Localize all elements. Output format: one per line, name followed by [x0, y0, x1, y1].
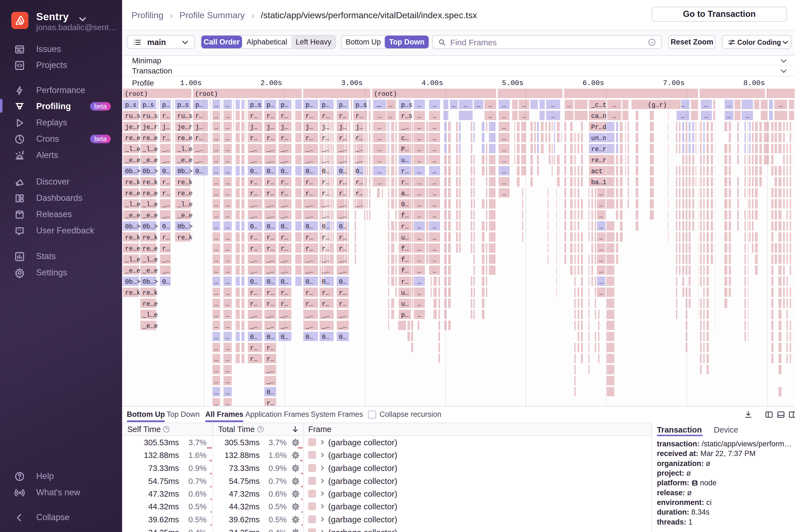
svg-text:…: …	[378, 168, 381, 175]
svg-text:_…: _…	[339, 256, 347, 264]
svg-text:r…: r…	[267, 400, 274, 406]
svg-text:0…: 0…	[250, 168, 258, 175]
svg-text:…: …	[551, 102, 555, 109]
svg-text:…: …	[214, 234, 218, 242]
svg-text:…: …	[433, 267, 436, 274]
svg-text:…: …	[433, 223, 436, 230]
svg-text:f…: f…	[401, 212, 409, 219]
svg-text:r…: r…	[162, 179, 170, 186]
svg-text:…: …	[502, 146, 506, 153]
svg-text:…: …	[433, 113, 436, 120]
svg-text:r…: r…	[195, 135, 203, 142]
svg-text:…: …	[599, 245, 603, 252]
svg-text:…: …	[214, 323, 218, 330]
svg-text:…: …	[417, 234, 421, 242]
svg-text:_…: _…	[322, 267, 329, 274]
svg-text:0…: 0…	[305, 334, 313, 341]
svg-text:…: …	[704, 102, 708, 109]
svg-text:r…: r…	[322, 245, 329, 252]
svg-text:…: …	[417, 146, 421, 153]
svg-text:…: …	[226, 289, 230, 297]
svg-text:_…: _…	[280, 323, 288, 330]
svg-text:_…: _…	[322, 256, 329, 264]
svg-text:…: …	[417, 245, 421, 252]
svg-text:_…: _…	[322, 201, 329, 208]
svg-text:_…: _…	[195, 157, 203, 164]
svg-text:re…k: re…k	[177, 179, 192, 186]
svg-text:…: …	[214, 190, 218, 197]
svg-text:r…: r…	[322, 113, 329, 120]
svg-text:…: …	[612, 102, 616, 109]
svg-text:_…: _…	[305, 323, 313, 330]
svg-text:r…: r…	[281, 135, 288, 142]
svg-text:…: …	[214, 179, 218, 186]
svg-text:r…: r…	[339, 135, 347, 142]
svg-text:…: …	[417, 279, 421, 286]
svg-text:p…s: p…s	[143, 102, 154, 109]
svg-text:r…: r…	[356, 179, 363, 186]
svg-text:(root): (root)	[374, 91, 397, 98]
svg-text:_…: _…	[250, 146, 258, 153]
svg-text:0b…>: 0b…>	[125, 223, 140, 230]
svg-text:0…: 0…	[267, 168, 274, 175]
svg-text:_…: _…	[250, 212, 258, 219]
svg-text:…: …	[452, 102, 456, 109]
svg-text:…: …	[226, 311, 230, 319]
svg-text:…: …	[599, 267, 603, 274]
svg-text:0…: 0…	[322, 334, 329, 341]
svg-text:r…: r…	[267, 245, 274, 252]
svg-text:r…: r…	[281, 190, 288, 197]
svg-text:r…: r…	[267, 289, 274, 297]
svg-text:…: …	[745, 113, 750, 120]
svg-text:r…: r…	[162, 234, 170, 242]
svg-text:…: …	[226, 245, 230, 252]
svg-text:r…: r…	[401, 279, 409, 286]
svg-text:…: …	[226, 212, 230, 219]
svg-text:0…: 0…	[250, 279, 258, 286]
svg-text:…: …	[214, 279, 218, 286]
svg-text:j…: j…	[250, 124, 258, 131]
svg-text:0…: 0…	[162, 168, 170, 175]
svg-text:je…r: je…r	[177, 124, 192, 131]
svg-text:…: …	[433, 124, 436, 131]
svg-text:r…: r…	[322, 234, 329, 242]
svg-text:_…: _…	[355, 157, 363, 164]
svg-text:r…: r…	[322, 190, 329, 197]
svg-text:p…: p…	[339, 102, 347, 109]
svg-text:r…: r…	[305, 179, 313, 186]
svg-text:j…: j…	[195, 124, 203, 131]
svg-text:…: …	[214, 135, 218, 142]
svg-text:_…: _…	[355, 201, 363, 208]
svg-text:_…: _…	[322, 311, 329, 319]
svg-text:0…: 0…	[305, 223, 313, 230]
svg-text:…: …	[599, 212, 603, 219]
svg-text:_…: _…	[305, 212, 313, 219]
svg-text:…: …	[567, 102, 571, 109]
svg-text:f…: f…	[401, 245, 409, 252]
svg-text:_e…e: _e…e	[177, 212, 192, 219]
svg-text:…: …	[226, 190, 230, 197]
svg-text:…: …	[502, 190, 506, 197]
svg-text:_…: _…	[162, 212, 170, 219]
svg-text:…: …	[214, 389, 218, 396]
svg-text:p…: p…	[281, 102, 288, 109]
svg-text:_…: _…	[162, 256, 170, 264]
svg-text:…: …	[488, 113, 492, 120]
svg-text:0…: 0…	[162, 223, 170, 230]
svg-text:j…: j…	[322, 124, 329, 131]
svg-text:…: …	[226, 323, 230, 330]
svg-text:_…: _…	[195, 146, 203, 153]
svg-text:j…: j…	[356, 124, 363, 131]
svg-text:…: …	[389, 113, 393, 120]
svg-text:…: …	[214, 146, 218, 153]
svg-text:…: …	[417, 256, 421, 264]
svg-text:0…: 0…	[339, 223, 347, 230]
svg-text:0b…>: 0b…>	[143, 168, 158, 175]
svg-text:_…: _…	[401, 124, 409, 131]
svg-text:…: …	[226, 157, 230, 164]
svg-text:…: …	[502, 135, 506, 142]
svg-text:_l…e: _l…e	[177, 201, 192, 208]
svg-text:_e…e: _e…e	[177, 157, 192, 164]
svg-text:r…: r…	[322, 301, 329, 308]
svg-text:…: …	[502, 168, 506, 175]
